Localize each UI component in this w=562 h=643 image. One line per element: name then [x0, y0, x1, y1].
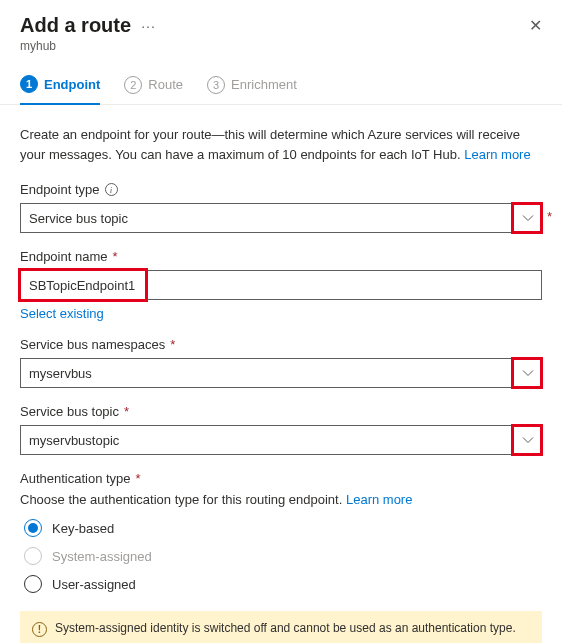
required-asterisk: *: [136, 471, 141, 486]
required-asterisk: *: [547, 209, 552, 224]
endpoint-name-input[interactable]: [20, 270, 542, 300]
label-endpoint-name: Endpoint name: [20, 249, 107, 264]
warning-icon: !: [32, 622, 47, 637]
label-sb-namespaces: Service bus namespaces: [20, 337, 165, 352]
field-auth-type: Authentication type * Choose the authent…: [20, 471, 542, 593]
label-endpoint-type: Endpoint type: [20, 182, 100, 197]
select-existing-link[interactable]: Select existing: [20, 306, 104, 321]
radio-system-assigned: System-assigned: [24, 547, 542, 565]
auth-helper-body: Choose the authentication type for this …: [20, 492, 346, 507]
endpoint-type-select[interactable]: [20, 203, 542, 233]
auth-radio-group: Key-based System-assigned User-assigned: [20, 519, 542, 593]
sb-namespace-select[interactable]: [20, 358, 542, 388]
field-endpoint-name: Endpoint name * Select existing: [20, 249, 542, 321]
intro-body: Create an endpoint for your route—this w…: [20, 127, 520, 162]
field-sb-namespaces: Service bus namespaces *: [20, 337, 542, 388]
step-number: 1: [20, 75, 38, 93]
page-title: Add a route: [20, 14, 131, 37]
step-endpoint[interactable]: 1 Endpoint: [20, 75, 100, 105]
radio-label: System-assigned: [52, 549, 152, 564]
info-icon[interactable]: i: [105, 183, 118, 196]
label-sb-topic: Service bus topic: [20, 404, 119, 419]
intro-text: Create an endpoint for your route—this w…: [20, 125, 542, 164]
radio-icon[interactable]: [24, 519, 42, 537]
warning-text: System-assigned identity is switched off…: [55, 621, 516, 635]
sb-topic-select[interactable]: [20, 425, 542, 455]
learn-more-link[interactable]: Learn more: [464, 147, 530, 162]
required-asterisk: *: [170, 337, 175, 352]
radio-key-based[interactable]: Key-based: [24, 519, 542, 537]
radio-user-assigned[interactable]: User-assigned: [24, 575, 542, 593]
label-auth-type: Authentication type: [20, 471, 131, 486]
radio-label: Key-based: [52, 521, 114, 536]
more-actions-icon[interactable]: ···: [141, 18, 156, 34]
required-asterisk: *: [124, 404, 129, 419]
wizard-steps: 1 Endpoint 2 Route 3 Enrichment: [0, 61, 562, 105]
step-number: 3: [207, 76, 225, 94]
panel-header: Add a route ··· ✕ myhub: [0, 0, 562, 61]
step-label: Endpoint: [44, 77, 100, 92]
auth-helper-text: Choose the authentication type for this …: [20, 492, 542, 507]
step-enrichment[interactable]: 3 Enrichment: [207, 75, 297, 104]
radio-label: User-assigned: [52, 577, 136, 592]
step-label: Route: [148, 77, 183, 92]
step-route[interactable]: 2 Route: [124, 75, 183, 104]
close-icon[interactable]: ✕: [529, 16, 542, 35]
radio-icon[interactable]: [24, 575, 42, 593]
field-sb-topic: Service bus topic *: [20, 404, 542, 455]
radio-icon: [24, 547, 42, 565]
warning-banner: ! System-assigned identity is switched o…: [20, 611, 542, 643]
field-endpoint-type: Endpoint type i *: [20, 182, 542, 233]
learn-more-link[interactable]: Learn more: [346, 492, 412, 507]
step-number: 2: [124, 76, 142, 94]
required-asterisk: *: [112, 249, 117, 264]
step-label: Enrichment: [231, 77, 297, 92]
hub-name: myhub: [20, 39, 542, 53]
form-content: Create an endpoint for your route—this w…: [0, 105, 562, 643]
